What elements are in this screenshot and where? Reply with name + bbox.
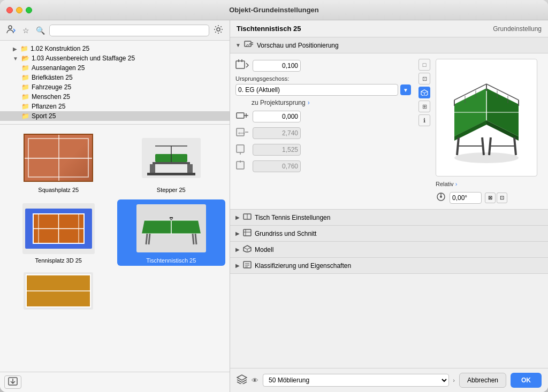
tischtennis-section-title: Tisch Tennis Einstellungen: [255, 214, 330, 221]
tischtennis-section-header[interactable]: ▶ Tisch Tennis Einstellungen: [230, 210, 548, 226]
tree-item-label: Aussenanlagen 25: [32, 64, 85, 72]
bottom-bar: [0, 372, 230, 392]
grid-item-stepper[interactable]: Stepper 25: [117, 129, 226, 195]
preview-controls: Ursprungsgeschoss: 0. EG (Aktuell) ▼ zu …: [235, 59, 543, 204]
tree-item-label: Briefkästen 25: [32, 74, 73, 81]
preview-section-title: Vorschau und Positionierung: [257, 42, 339, 49]
modell-chevron-icon: ▶: [235, 247, 240, 252]
titlebar: Objekt-Grundeinstellungen: [0, 0, 548, 20]
ursprungsgeschoss-label: Ursprungsgeschoss:: [235, 75, 411, 82]
footer-bar: 👁 50 Möblierung › Abbrechen OK: [230, 368, 548, 392]
folder-icon: 📂: [21, 55, 29, 62]
info-icon-button[interactable]: ℹ: [418, 114, 430, 126]
folder-icon: 📁: [21, 112, 29, 120]
svg-rect-41: [237, 162, 244, 169]
svg-rect-37: [237, 113, 244, 118]
folder-icon: 📁: [21, 64, 29, 72]
grid-item-tischtennistisch[interactable]: Tischtennistisch 25: [117, 199, 226, 266]
zu-projektursprung-row[interactable]: zu Projektursprung ›: [235, 99, 411, 106]
svg-point-0: [9, 26, 12, 29]
settings-icon-button[interactable]: [211, 24, 225, 37]
z-dim-input[interactable]: [253, 160, 301, 172]
svg-point-1: [217, 28, 220, 31]
stepper-label: Stepper 25: [157, 187, 186, 193]
squashplatz-label: Squashplatz 25: [38, 187, 79, 193]
tree-item-aussenbereich[interactable]: ▼ 📂 1.03 Aussenbereich und Staffage 25: [0, 53, 230, 63]
tree-item-sport[interactable]: 📁 Sport 25: [0, 111, 230, 121]
view-front-icon-button[interactable]: ⊡: [418, 73, 430, 84]
window-title: Objekt-Grundeinstellungen: [229, 6, 319, 14]
preview-right: Relativ ›: [436, 59, 543, 204]
projektursprung-arrow-icon: ›: [308, 99, 310, 106]
angle-row: ⊠ ⊡: [436, 191, 543, 204]
svg-point-64: [454, 152, 519, 163]
tree-item-menschen[interactable]: 📁 Menschen 25: [0, 92, 230, 102]
stepper-thumbnail: [134, 131, 209, 185]
layer-icon: [237, 374, 247, 386]
position-icon: [235, 59, 249, 72]
svg-rect-4: [153, 162, 190, 164]
y-dim-row: [235, 143, 411, 156]
tree-item-fahrzeuge[interactable]: 📁 Fahrzeuge 25: [0, 82, 230, 92]
collapsed-sections: ▶ Tisch Tennis Einstellungen ▶: [230, 210, 548, 368]
grid-item-partial[interactable]: [4, 270, 113, 312]
tennisplatz-label: Tennisplatz 3D 25: [35, 257, 82, 264]
preview-section-header[interactable]: ▼ Vorschau und Positionierung: [230, 37, 548, 53]
traffic-lights: [6, 7, 32, 13]
squashplatz-thumbnail: [21, 131, 96, 185]
star-icon-button[interactable]: ☆: [20, 25, 32, 36]
tree-item-label: 1.02 Konstruktion 25: [31, 45, 89, 52]
view-side-icon-button[interactable]: ⊞: [418, 101, 430, 112]
angle-input[interactable]: [450, 192, 482, 204]
svg-rect-36: [236, 61, 245, 68]
origin-value-input[interactable]: [253, 111, 301, 122]
view-2d-icon-button[interactable]: □: [418, 59, 430, 71]
object-grid: Squashplatz 25: [0, 125, 230, 372]
svg-text:⟺: ⟺: [238, 130, 245, 136]
folder-icon: 📁: [21, 74, 29, 81]
ursprungsgeschoss-select[interactable]: 0. EG (Aktuell): [235, 84, 398, 96]
position-value-input[interactable]: [253, 60, 301, 72]
chevron-right-icon: ▶: [13, 46, 17, 52]
person-icon-button[interactable]: [4, 24, 18, 36]
mirror-x-button[interactable]: ⊠: [485, 193, 496, 203]
tree-area: ▶ 📁 1.02 Konstruktion 25 ▼ 📂 1.03 Aussen…: [0, 41, 230, 125]
ok-button[interactable]: OK: [511, 373, 542, 388]
x-dim-input[interactable]: [253, 127, 301, 139]
grid-item-tennisplatz[interactable]: Tennisplatz 3D 25: [4, 199, 113, 266]
x-dim-row: ⟺: [235, 126, 411, 140]
origin-value-row: [235, 110, 411, 123]
tree-item-pflanzen[interactable]: 📁 Pflanzen 25: [0, 102, 230, 111]
close-button[interactable]: [6, 7, 13, 13]
mirror-y-button[interactable]: ⊡: [497, 193, 507, 203]
grid-item-squashplatz[interactable]: Squashplatz 25: [4, 129, 113, 195]
folder-icon: 📁: [21, 83, 29, 91]
search-icon-button[interactable]: 🔍: [34, 25, 47, 36]
tree-item-konstruktion[interactable]: ▶ 📁 1.02 Konstruktion 25: [0, 44, 230, 53]
search-input[interactable]: [49, 25, 209, 36]
maximize-button[interactable]: [26, 7, 32, 13]
klassifizierung-section-header[interactable]: ▶ Klassifizierung und Eigenschaften: [230, 258, 548, 274]
dropdown-arrow-icon[interactable]: ▼: [400, 84, 411, 95]
svg-rect-69: [243, 229, 251, 236]
relativ-label[interactable]: Relativ ›: [436, 181, 457, 187]
right-panel: Tischtennistisch 25 Grundeinstellung ▼ V…: [230, 20, 548, 392]
minimize-button[interactable]: [16, 7, 22, 13]
object-name-title: Tischtennistisch 25: [237, 25, 301, 33]
tree-item-briefkasten[interactable]: 📁 Briefkästen 25: [0, 73, 230, 82]
projektursprung-label: zu Projektursprung: [252, 99, 306, 106]
abbrechen-button[interactable]: Abbrechen: [459, 373, 506, 388]
visibility-icon: 👁: [252, 376, 258, 385]
import-button[interactable]: [4, 375, 21, 389]
side-icon-panel: □ ⊡ ⊞ ℹ: [418, 59, 430, 204]
relativ-text: Relativ: [436, 181, 454, 187]
view-3d-icon-button[interactable]: [418, 87, 430, 98]
y-dim-input[interactable]: [253, 144, 301, 156]
modell-section-header[interactable]: ▶ Modell: [230, 242, 548, 258]
layer-select[interactable]: 50 Möblierung: [263, 374, 449, 387]
layer-arrow-icon: ›: [453, 378, 455, 383]
grundriss-section-header[interactable]: ▶ Grundriss und Schnitt: [230, 226, 548, 242]
3d-preview-canvas: [436, 59, 537, 176]
tischtennis-chevron-icon: ▶: [235, 214, 240, 220]
tree-item-aussenanlagen[interactable]: 📁 Aussenanlagen 25: [0, 63, 230, 73]
